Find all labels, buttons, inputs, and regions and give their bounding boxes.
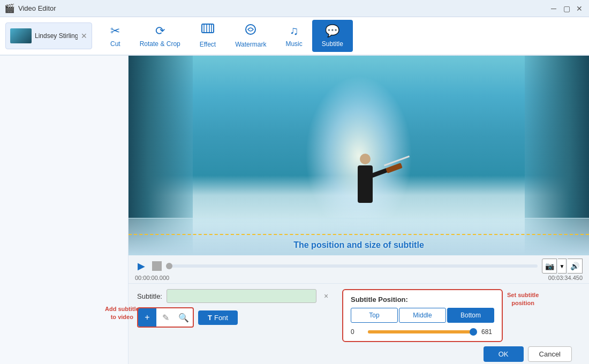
effect-icon — [201, 24, 214, 39]
volume-button[interactable]: 🔊 — [568, 259, 583, 274]
position-slider[interactable] — [368, 330, 477, 333]
slider-thumb[interactable] — [470, 328, 477, 336]
subtitle-label: Subtitle: — [137, 292, 162, 300]
toolbar-item-subtitle[interactable]: 💬 Subtitle — [312, 20, 353, 52]
subtitle-action-buttons: + ✎ 🔍 T Font — [137, 307, 331, 328]
subtitle-clear-button[interactable]: × — [321, 291, 331, 301]
cancel-button[interactable]: Cancel — [528, 346, 572, 362]
maximize-button[interactable]: ▢ — [561, 3, 572, 14]
current-time: 00:00:00.000 — [135, 275, 169, 281]
position-top-button[interactable]: Top — [351, 308, 398, 323]
rotate-icon: ⟳ — [155, 24, 165, 38]
subtitle-row: Subtitle: × — [137, 289, 331, 303]
video-container: The position and size of subtitle — [129, 56, 589, 255]
subtitle-button-group: + ✎ 🔍 — [137, 307, 194, 328]
close-button[interactable]: ✕ — [574, 3, 585, 14]
close-tab-button[interactable]: ✕ — [81, 32, 87, 40]
dialog-buttons: OK Cancel — [137, 346, 580, 362]
playback-bar: ▶ 📷 ▼ 🔊 00:00:00.000 00:03:34.450 — [129, 255, 589, 283]
stop-button[interactable] — [152, 261, 162, 271]
progress-bar[interactable] — [166, 264, 538, 268]
add-subtitle-annotation: Add subtitleto video — [105, 305, 139, 322]
screenshot-dropdown[interactable]: ▼ — [558, 259, 567, 274]
subtitle-input[interactable] — [167, 289, 316, 303]
subtitle-overlay: The position and size of subtitle — [129, 240, 589, 250]
search-subtitle-button[interactable]: 🔍 — [175, 308, 193, 327]
font-button[interactable]: T Font — [198, 310, 238, 325]
subtitle-position-line — [129, 234, 589, 235]
toolbar-item-effect[interactable]: Effect — [190, 19, 225, 52]
cut-icon: ✂ — [110, 24, 120, 38]
set-position-annotation: Set subtitleposition — [507, 291, 539, 308]
video-tab-title: Lindsey Stirling -... — [35, 32, 78, 40]
svg-point-5 — [246, 25, 255, 34]
total-time: 00:03:34.450 — [548, 275, 583, 281]
toolbar-effect-label: Effect — [200, 41, 216, 48]
toolbar-item-music[interactable]: ♫ Music — [276, 20, 312, 52]
performer-figure — [349, 154, 381, 223]
toolbar-item-cut[interactable]: ✂ Cut — [101, 20, 130, 52]
subtitle-icon: 💬 — [325, 24, 339, 38]
progress-thumb[interactable] — [166, 263, 172, 269]
position-bottom-button[interactable]: Bottom — [447, 308, 494, 323]
toolbar-music-label: Music — [285, 40, 302, 48]
font-label: Font — [214, 314, 228, 322]
video-thumbnail — [10, 28, 32, 43]
music-icon: ♫ — [290, 24, 299, 38]
toolbar-cut-label: Cut — [110, 40, 120, 48]
app-icon: 🎬 — [4, 3, 15, 13]
position-buttons: Top Middle Bottom — [351, 308, 494, 323]
app-title: Video Editor — [18, 4, 56, 12]
ok-button[interactable]: OK — [484, 346, 524, 362]
title-bar: 🎬 Video Editor ─ ▢ ✕ — [0, 0, 589, 17]
playback-times: 00:00:00.000 00:03:34.450 — [135, 275, 583, 281]
position-middle-button[interactable]: Middle — [399, 308, 446, 323]
slider-max: 681 — [481, 328, 494, 336]
slider-row: 0 681 — [351, 328, 494, 336]
watermark-icon — [244, 24, 257, 39]
add-subtitle-button[interactable]: + — [138, 308, 156, 327]
toolbar: Lindsey Stirling -... ✕ ✂ Cut ⟳ Rotate &… — [0, 17, 589, 56]
toolbar-subtitle-label: Subtitle — [322, 40, 343, 48]
video-section: The position and size of subtitle ▶ 📷 ▼ … — [129, 56, 589, 364]
video-frame: The position and size of subtitle — [129, 56, 589, 255]
screenshot-button[interactable]: 📷 — [542, 259, 557, 274]
toolbar-item-watermark[interactable]: Watermark — [225, 19, 276, 52]
font-icon: T — [208, 314, 212, 322]
position-panel-title: Subtitle Position: — [351, 295, 494, 304]
toolbar-watermark-label: Watermark — [235, 41, 266, 48]
slider-min: 0 — [351, 328, 364, 336]
play-button[interactable]: ▶ — [135, 260, 148, 272]
toolbar-item-rotate-crop[interactable]: ⟳ Rotate & Crop — [130, 20, 190, 52]
window-controls: ─ ▢ ✕ — [548, 3, 585, 14]
bottom-controls: Add subtitleto video Subtitle: × + ✎ 🔍 — [129, 283, 589, 364]
position-panel: Subtitle Position: Top Middle Bottom 0 — [342, 289, 503, 342]
toolbar-rotate-label: Rotate & Crop — [140, 40, 180, 48]
minimize-button[interactable]: ─ — [548, 3, 559, 14]
main-area: The position and size of subtitle ▶ 📷 ▼ … — [0, 56, 589, 364]
slider-fill — [368, 330, 474, 333]
edit-subtitle-button[interactable]: ✎ — [156, 308, 175, 327]
